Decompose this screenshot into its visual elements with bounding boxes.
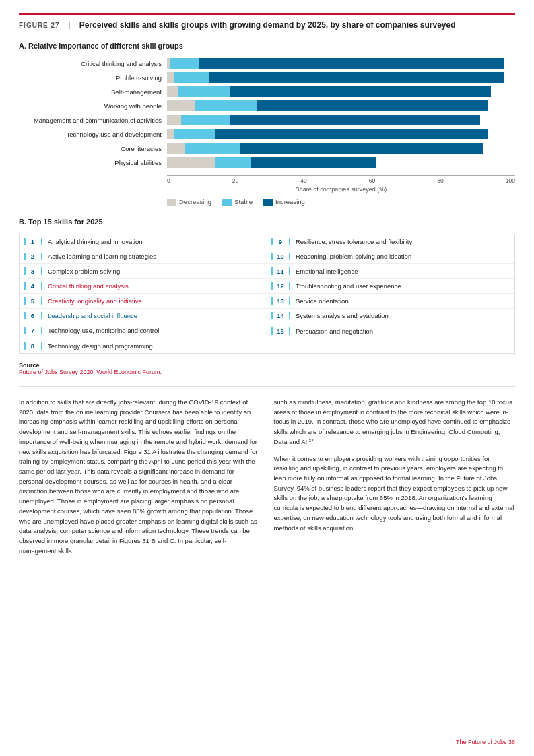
- skill-name: Leadership and social influence: [48, 312, 137, 319]
- legend-label-stable: Stable: [234, 198, 253, 206]
- chart-row: Working with people: [19, 100, 515, 111]
- chart-bar-label: Working with people: [19, 102, 167, 110]
- chart-row: Problem-solving: [19, 72, 515, 83]
- body-col-left: In addition to skills that are directly …: [19, 398, 261, 563]
- skill-row: 2Active learning and learning strategies: [20, 249, 267, 264]
- skill-number: 7: [24, 327, 42, 334]
- bar-stable: [181, 115, 230, 125]
- chart-row: Technology use and development: [19, 129, 515, 139]
- skill-row: 1Analytical thinking and innovation: [20, 234, 267, 249]
- chart-area: Critical thinking and analysisProblem-so…: [19, 58, 515, 171]
- bar-increasing: [257, 100, 487, 111]
- body-col-right: such as mindfulness, meditation, gratitu…: [274, 398, 516, 563]
- skill-row: 11Emotional intelligence: [267, 264, 514, 279]
- figure-label: FIGURE 27: [19, 22, 70, 29]
- chart-bar-group: [167, 72, 515, 83]
- chart-bar-group: [167, 129, 515, 139]
- bar-decreasing: [167, 100, 195, 111]
- skill-row: 10Reasoning, problem-solving and ideatio…: [267, 249, 514, 264]
- bar-decreasing: [167, 143, 185, 154]
- skill-row: 13Service orientation: [267, 294, 514, 309]
- chart-bar-label: Core literacies: [19, 145, 167, 152]
- skill-row: 3Complex problem-solving: [20, 264, 267, 279]
- x-tick: 20: [232, 177, 238, 184]
- section-b: B. Top 15 skills for 2025 1Analytical th…: [19, 218, 515, 354]
- skill-name: Technology design and programming: [48, 342, 153, 350]
- page: FIGURE 27 Perceived skills and skills gr…: [0, 0, 534, 756]
- skill-name: Resilience, stress tolerance and flexibi…: [296, 238, 412, 245]
- chart-row: Self-management: [19, 86, 515, 97]
- chart-bar-group: [167, 100, 515, 111]
- skill-name: Service orientation: [296, 297, 349, 305]
- x-tick: 100: [506, 177, 515, 184]
- chart-bar-label: Technology use and development: [19, 131, 167, 138]
- skills-table: 1Analytical thinking and innovation2Acti…: [19, 234, 515, 354]
- legend-increasing: Increasing: [263, 198, 305, 206]
- figure-title: Perceived skills and skills groups with …: [79, 20, 456, 30]
- bar-increasing: [240, 143, 484, 154]
- skill-name: Complex problem-solving: [48, 267, 120, 275]
- bar-increasing: [251, 157, 376, 168]
- x-axis: 020406080100 Share of companies surveyed…: [167, 175, 515, 193]
- chart-legend: Decreasing Stable Increasing: [167, 198, 515, 206]
- chart-bar-label: Self-management: [19, 88, 167, 96]
- legend-box-increasing: [263, 199, 273, 206]
- skill-number: 2: [24, 253, 42, 260]
- bar-increasing: [199, 58, 505, 69]
- skill-name: Reasoning, problem-solving and ideation: [296, 253, 411, 260]
- skill-row: 4Critical thinking and analysis: [20, 279, 267, 294]
- chart-bar-group: [167, 143, 515, 154]
- legend-box-decreasing: [167, 199, 176, 206]
- skill-row: 12Troubleshooting and user experience: [267, 279, 514, 294]
- chart-row: Core literacies: [19, 143, 515, 154]
- skill-number: 6: [24, 312, 42, 319]
- skill-number: 13: [271, 297, 290, 305]
- skill-name: Active learning and learning strategies: [48, 253, 156, 260]
- source-text: Future of Jobs Survey 2020, World Econom…: [19, 369, 162, 375]
- chart-row: Critical thinking and analysis: [19, 58, 515, 69]
- bar-stable: [215, 157, 251, 168]
- skill-row: 5Creativity, originality and initiative: [20, 294, 267, 309]
- skill-name: Troubleshooting and user experience: [296, 282, 401, 290]
- chart-bar-label: Critical thinking and analysis: [19, 60, 167, 67]
- skill-number: 12: [271, 282, 290, 290]
- x-tick: 0: [167, 177, 170, 184]
- bar-decreasing: [167, 72, 174, 83]
- bar-increasing: [215, 129, 487, 139]
- bar-increasing: [230, 115, 480, 125]
- bar-stable: [178, 86, 230, 97]
- bar-stable: [170, 58, 198, 69]
- chart-bar-group: [167, 157, 515, 168]
- chart-bar-group: [167, 86, 515, 97]
- chart-bar-label: Management and communication of activiti…: [19, 117, 167, 124]
- figure-header: FIGURE 27 Perceived skills and skills gr…: [19, 13, 515, 30]
- skill-name: Technology use, monitoring and control: [48, 327, 159, 334]
- bar-decreasing: [167, 157, 215, 168]
- skill-number: 5: [24, 297, 42, 305]
- x-tick: 80: [437, 177, 443, 184]
- skills-right-half: 9Resilience, stress tolerance and flexib…: [267, 234, 514, 353]
- chart-bar-group: [167, 115, 515, 125]
- chart-bar-label: Physical abilities: [19, 159, 167, 166]
- page-footer: The Future of Jobs 36: [456, 738, 515, 745]
- legend-label-decreasing: Decreasing: [179, 198, 211, 206]
- skills-left-half: 1Analytical thinking and innovation2Acti…: [20, 234, 267, 353]
- legend-stable: Stable: [222, 198, 253, 206]
- bar-stable: [174, 129, 215, 139]
- chart-row: Management and communication of activiti…: [19, 115, 515, 125]
- x-tick: 40: [300, 177, 306, 184]
- skill-row: 6Leadership and social influence: [20, 309, 267, 323]
- skill-row: 8Technology design and programming: [20, 338, 267, 353]
- section-a-title: A. Relative importance of different skil…: [19, 42, 515, 50]
- bar-stable: [195, 100, 257, 111]
- skill-number: 4: [24, 282, 42, 290]
- skill-number: 10: [271, 253, 290, 260]
- page-divider: [19, 386, 515, 387]
- skill-name: Persuasion and negotiation: [296, 327, 373, 335]
- bar-increasing: [230, 86, 491, 97]
- skill-name: Emotional intelligence: [296, 267, 358, 275]
- skill-name: Creativity, originality and initiative: [48, 297, 142, 305]
- skill-row: 15Persuasion and negotiation: [267, 323, 514, 338]
- skill-number: 15: [271, 327, 290, 335]
- skill-name: Systems analysis and evaluation: [296, 312, 389, 319]
